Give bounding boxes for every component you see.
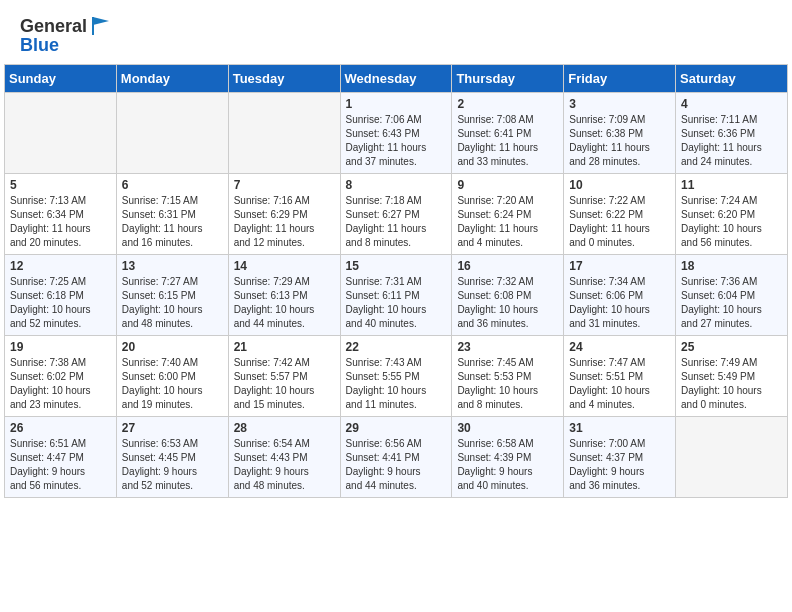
calendar-cell-5-1: 26Sunrise: 6:51 AM Sunset: 4:47 PM Dayli… bbox=[5, 417, 117, 498]
calendar-cell-5-5: 30Sunrise: 6:58 AM Sunset: 4:39 PM Dayli… bbox=[452, 417, 564, 498]
weekday-header-monday: Monday bbox=[116, 65, 228, 93]
calendar-table: SundayMondayTuesdayWednesdayThursdayFrid… bbox=[4, 64, 788, 498]
day-info: Sunrise: 7:32 AM Sunset: 6:08 PM Dayligh… bbox=[457, 275, 558, 331]
calendar-cell-4-5: 23Sunrise: 7:45 AM Sunset: 5:53 PM Dayli… bbox=[452, 336, 564, 417]
day-info: Sunrise: 6:54 AM Sunset: 4:43 PM Dayligh… bbox=[234, 437, 335, 493]
calendar-cell-4-1: 19Sunrise: 7:38 AM Sunset: 6:02 PM Dayli… bbox=[5, 336, 117, 417]
weekday-header-friday: Friday bbox=[564, 65, 676, 93]
calendar-cell-4-3: 21Sunrise: 7:42 AM Sunset: 5:57 PM Dayli… bbox=[228, 336, 340, 417]
calendar-cell-4-2: 20Sunrise: 7:40 AM Sunset: 6:00 PM Dayli… bbox=[116, 336, 228, 417]
day-info: Sunrise: 7:11 AM Sunset: 6:36 PM Dayligh… bbox=[681, 113, 782, 169]
day-info: Sunrise: 7:08 AM Sunset: 6:41 PM Dayligh… bbox=[457, 113, 558, 169]
day-number: 22 bbox=[346, 340, 447, 354]
calendar-cell-2-6: 10Sunrise: 7:22 AM Sunset: 6:22 PM Dayli… bbox=[564, 174, 676, 255]
calendar-cell-3-1: 12Sunrise: 7:25 AM Sunset: 6:18 PM Dayli… bbox=[5, 255, 117, 336]
calendar-body: 1Sunrise: 7:06 AM Sunset: 6:43 PM Daylig… bbox=[5, 93, 788, 498]
day-info: Sunrise: 7:31 AM Sunset: 6:11 PM Dayligh… bbox=[346, 275, 447, 331]
calendar-cell-1-4: 1Sunrise: 7:06 AM Sunset: 6:43 PM Daylig… bbox=[340, 93, 452, 174]
day-number: 2 bbox=[457, 97, 558, 111]
calendar-week-4: 19Sunrise: 7:38 AM Sunset: 6:02 PM Dayli… bbox=[5, 336, 788, 417]
calendar-cell-4-4: 22Sunrise: 7:43 AM Sunset: 5:55 PM Dayli… bbox=[340, 336, 452, 417]
day-info: Sunrise: 7:45 AM Sunset: 5:53 PM Dayligh… bbox=[457, 356, 558, 412]
day-number: 13 bbox=[122, 259, 223, 273]
day-number: 19 bbox=[10, 340, 111, 354]
day-number: 14 bbox=[234, 259, 335, 273]
weekday-header-sunday: Sunday bbox=[5, 65, 117, 93]
day-info: Sunrise: 7:27 AM Sunset: 6:15 PM Dayligh… bbox=[122, 275, 223, 331]
calendar-header: SundayMondayTuesdayWednesdayThursdayFrid… bbox=[5, 65, 788, 93]
day-info: Sunrise: 6:56 AM Sunset: 4:41 PM Dayligh… bbox=[346, 437, 447, 493]
calendar-cell-1-5: 2Sunrise: 7:08 AM Sunset: 6:41 PM Daylig… bbox=[452, 93, 564, 174]
day-number: 21 bbox=[234, 340, 335, 354]
day-number: 12 bbox=[10, 259, 111, 273]
day-number: 27 bbox=[122, 421, 223, 435]
day-info: Sunrise: 7:43 AM Sunset: 5:55 PM Dayligh… bbox=[346, 356, 447, 412]
day-number: 3 bbox=[569, 97, 670, 111]
day-info: Sunrise: 7:36 AM Sunset: 6:04 PM Dayligh… bbox=[681, 275, 782, 331]
day-number: 11 bbox=[681, 178, 782, 192]
calendar-week-2: 5Sunrise: 7:13 AM Sunset: 6:34 PM Daylig… bbox=[5, 174, 788, 255]
day-info: Sunrise: 7:16 AM Sunset: 6:29 PM Dayligh… bbox=[234, 194, 335, 250]
calendar-cell-3-5: 16Sunrise: 7:32 AM Sunset: 6:08 PM Dayli… bbox=[452, 255, 564, 336]
weekday-header-wednesday: Wednesday bbox=[340, 65, 452, 93]
page-header: General Blue bbox=[0, 0, 792, 64]
logo-flag-icon bbox=[89, 13, 113, 37]
day-number: 15 bbox=[346, 259, 447, 273]
day-number: 29 bbox=[346, 421, 447, 435]
day-info: Sunrise: 7:42 AM Sunset: 5:57 PM Dayligh… bbox=[234, 356, 335, 412]
calendar-week-3: 12Sunrise: 7:25 AM Sunset: 6:18 PM Dayli… bbox=[5, 255, 788, 336]
calendar-cell-2-3: 7Sunrise: 7:16 AM Sunset: 6:29 PM Daylig… bbox=[228, 174, 340, 255]
day-number: 6 bbox=[122, 178, 223, 192]
day-number: 24 bbox=[569, 340, 670, 354]
logo: General Blue bbox=[20, 16, 113, 56]
calendar-cell-5-7 bbox=[676, 417, 788, 498]
day-number: 8 bbox=[346, 178, 447, 192]
weekday-header-tuesday: Tuesday bbox=[228, 65, 340, 93]
day-info: Sunrise: 7:18 AM Sunset: 6:27 PM Dayligh… bbox=[346, 194, 447, 250]
calendar-cell-1-2 bbox=[116, 93, 228, 174]
calendar-cell-2-2: 6Sunrise: 7:15 AM Sunset: 6:31 PM Daylig… bbox=[116, 174, 228, 255]
calendar-cell-2-7: 11Sunrise: 7:24 AM Sunset: 6:20 PM Dayli… bbox=[676, 174, 788, 255]
calendar-week-5: 26Sunrise: 6:51 AM Sunset: 4:47 PM Dayli… bbox=[5, 417, 788, 498]
day-info: Sunrise: 7:06 AM Sunset: 6:43 PM Dayligh… bbox=[346, 113, 447, 169]
day-number: 20 bbox=[122, 340, 223, 354]
day-info: Sunrise: 7:24 AM Sunset: 6:20 PM Dayligh… bbox=[681, 194, 782, 250]
day-number: 16 bbox=[457, 259, 558, 273]
calendar-cell-2-5: 9Sunrise: 7:20 AM Sunset: 6:24 PM Daylig… bbox=[452, 174, 564, 255]
day-number: 17 bbox=[569, 259, 670, 273]
day-number: 30 bbox=[457, 421, 558, 435]
calendar-cell-5-6: 31Sunrise: 7:00 AM Sunset: 4:37 PM Dayli… bbox=[564, 417, 676, 498]
day-info: Sunrise: 7:47 AM Sunset: 5:51 PM Dayligh… bbox=[569, 356, 670, 412]
day-number: 25 bbox=[681, 340, 782, 354]
calendar-cell-1-6: 3Sunrise: 7:09 AM Sunset: 6:38 PM Daylig… bbox=[564, 93, 676, 174]
day-number: 4 bbox=[681, 97, 782, 111]
calendar-cell-1-3 bbox=[228, 93, 340, 174]
day-info: Sunrise: 6:51 AM Sunset: 4:47 PM Dayligh… bbox=[10, 437, 111, 493]
calendar-cell-2-1: 5Sunrise: 7:13 AM Sunset: 6:34 PM Daylig… bbox=[5, 174, 117, 255]
day-number: 31 bbox=[569, 421, 670, 435]
day-info: Sunrise: 7:49 AM Sunset: 5:49 PM Dayligh… bbox=[681, 356, 782, 412]
weekday-header-saturday: Saturday bbox=[676, 65, 788, 93]
calendar-cell-2-4: 8Sunrise: 7:18 AM Sunset: 6:27 PM Daylig… bbox=[340, 174, 452, 255]
calendar-cell-5-2: 27Sunrise: 6:53 AM Sunset: 4:45 PM Dayli… bbox=[116, 417, 228, 498]
day-info: Sunrise: 7:40 AM Sunset: 6:00 PM Dayligh… bbox=[122, 356, 223, 412]
day-info: Sunrise: 6:53 AM Sunset: 4:45 PM Dayligh… bbox=[122, 437, 223, 493]
logo-general-text: General bbox=[20, 16, 87, 37]
calendar-cell-3-2: 13Sunrise: 7:27 AM Sunset: 6:15 PM Dayli… bbox=[116, 255, 228, 336]
weekday-row: SundayMondayTuesdayWednesdayThursdayFrid… bbox=[5, 65, 788, 93]
calendar-cell-5-4: 29Sunrise: 6:56 AM Sunset: 4:41 PM Dayli… bbox=[340, 417, 452, 498]
day-number: 7 bbox=[234, 178, 335, 192]
day-info: Sunrise: 7:29 AM Sunset: 6:13 PM Dayligh… bbox=[234, 275, 335, 331]
day-number: 26 bbox=[10, 421, 111, 435]
calendar-cell-4-7: 25Sunrise: 7:49 AM Sunset: 5:49 PM Dayli… bbox=[676, 336, 788, 417]
day-info: Sunrise: 7:20 AM Sunset: 6:24 PM Dayligh… bbox=[457, 194, 558, 250]
weekday-header-thursday: Thursday bbox=[452, 65, 564, 93]
day-info: Sunrise: 7:00 AM Sunset: 4:37 PM Dayligh… bbox=[569, 437, 670, 493]
calendar-cell-3-4: 15Sunrise: 7:31 AM Sunset: 6:11 PM Dayli… bbox=[340, 255, 452, 336]
svg-marker-0 bbox=[93, 17, 109, 25]
calendar-week-1: 1Sunrise: 7:06 AM Sunset: 6:43 PM Daylig… bbox=[5, 93, 788, 174]
day-number: 28 bbox=[234, 421, 335, 435]
calendar-cell-1-7: 4Sunrise: 7:11 AM Sunset: 6:36 PM Daylig… bbox=[676, 93, 788, 174]
day-number: 1 bbox=[346, 97, 447, 111]
calendar-cell-1-1 bbox=[5, 93, 117, 174]
